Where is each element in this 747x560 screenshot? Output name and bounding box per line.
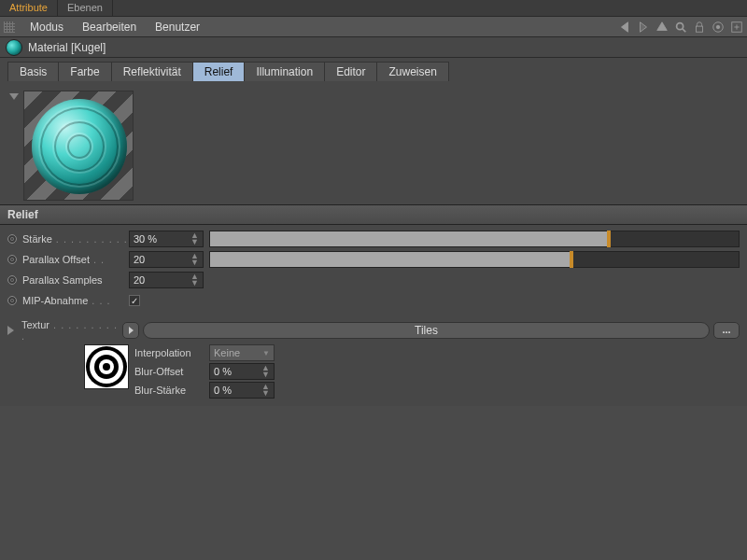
svg-point-7 [716, 25, 720, 29]
tab-attribute[interactable]: Attribute [0, 0, 58, 16]
staerke-slider[interactable] [209, 231, 740, 247]
textur-popup-button[interactable] [122, 322, 139, 339]
blur-offset-value: 0 % [214, 366, 232, 377]
textur-browse-button[interactable]: ... [713, 322, 740, 339]
menu-modus[interactable]: Modus [21, 21, 73, 34]
mip-label: MIP-Abnahme [22, 295, 88, 306]
textur-row: Textur . . . . . . . . . . Tiles ... [7, 320, 740, 341]
textur-name-field[interactable]: Tiles [143, 322, 710, 339]
stepper-icon[interactable]: ▲▼ [190, 232, 199, 245]
blur-offset-label: Blur-Offset [134, 366, 205, 377]
tab-ebenen[interactable]: Ebenen [58, 0, 113, 16]
manager-tab-bar: Attribute Ebenen [0, 0, 747, 17]
mip-checkbox[interactable]: ✓ [129, 295, 140, 306]
textur-thumbnail[interactable] [84, 344, 129, 389]
staerke-label: Stärke [22, 233, 52, 245]
svg-marker-2 [657, 21, 668, 30]
nav-up-icon[interactable] [655, 21, 669, 34]
grip-icon [4, 21, 15, 33]
svg-marker-0 [622, 21, 628, 32]
stepper-icon[interactable]: ▲▼ [261, 384, 270, 397]
tab-relief[interactable]: Relief [192, 62, 246, 81]
textur-label: Textur [21, 319, 49, 330]
tab-zuweisen[interactable]: Zuweisen [376, 62, 448, 81]
tab-farbe[interactable]: Farbe [58, 62, 111, 81]
parallax-offset-value: 20 [134, 254, 145, 265]
svg-marker-1 [641, 21, 647, 32]
collapse-preview-icon[interactable] [9, 93, 19, 100]
param-parallax-samples: Parallax Samples 20 ▲▼ [7, 270, 740, 290]
tab-editor[interactable]: Editor [324, 62, 377, 81]
stepper-icon[interactable]: ▲▼ [190, 253, 199, 266]
parallax-samples-value: 20 [134, 274, 145, 286]
material-preview[interactable] [23, 91, 134, 201]
parallax-samples-input[interactable]: 20 ▲▼ [129, 272, 204, 288]
param-staerke: Stärke . . . . . . . . . . . 30 % ▲▼ [7, 229, 740, 249]
textur-block: Textur . . . . . . . . . . Tiles ... Int… [0, 316, 747, 406]
chevron-down-icon: ▼ [262, 349, 270, 357]
attribute-toolbar: Modus Bearbeiten Benutzer [0, 17, 747, 37]
parallax-offset-label: Parallax Offset [22, 254, 90, 265]
material-title: Material [Kugel] [28, 41, 106, 54]
new-window-icon[interactable] [730, 21, 743, 34]
blur-offset-input[interactable]: 0 % ▲▼ [209, 363, 275, 380]
search-icon[interactable] [674, 21, 687, 34]
row-interpolation: Interpolation Keine ▼ [134, 344, 275, 361]
section-relief-header: Relief [0, 204, 747, 225]
anim-dot-icon[interactable] [7, 234, 17, 244]
staerke-value: 30 % [134, 233, 157, 245]
svg-line-4 [683, 28, 686, 32]
material-header: Material [Kugel] [0, 37, 747, 58]
expand-textur-icon[interactable] [7, 326, 14, 335]
preview-sphere-icon [32, 99, 127, 194]
menu-bearbeiten[interactable]: Bearbeiten [73, 21, 146, 34]
preview-area [0, 83, 747, 204]
nav-fwd-icon[interactable] [637, 21, 650, 34]
anim-dot-icon[interactable] [7, 275, 17, 285]
relief-params: Stärke . . . . . . . . . . . 30 % ▲▼ Par… [0, 225, 747, 316]
svg-point-3 [677, 22, 684, 29]
parallax-samples-label: Parallax Samples [22, 274, 103, 286]
blur-staerke-label: Blur-Stärke [134, 385, 205, 396]
nav-back-icon[interactable] [618, 21, 631, 34]
blur-staerke-input[interactable]: 0 % ▲▼ [209, 382, 275, 399]
tab-reflektivitaet[interactable]: Reflektivität [111, 62, 193, 81]
interpolation-select[interactable]: Keine ▼ [209, 344, 275, 361]
row-blur-offset: Blur-Offset 0 % ▲▼ [134, 363, 275, 380]
param-mip-abnahme: MIP-Abnahme . . . ✓ [7, 290, 740, 311]
parallax-offset-slider[interactable] [209, 251, 740, 268]
blur-staerke-value: 0 % [214, 385, 232, 396]
stepper-icon[interactable]: ▲▼ [261, 365, 270, 378]
target-icon[interactable] [712, 21, 725, 34]
anim-dot-icon[interactable] [7, 296, 17, 305]
lock-icon[interactable] [693, 21, 706, 34]
tab-illumination[interactable]: Illumination [244, 62, 325, 81]
material-swatch-icon [6, 39, 22, 56]
svg-rect-5 [697, 26, 703, 32]
staerke-input[interactable]: 30 % ▲▼ [129, 231, 204, 247]
arrow-right-icon [129, 327, 134, 334]
param-parallax-offset: Parallax Offset . . 20 ▲▼ [7, 249, 740, 270]
stepper-icon[interactable]: ▲▼ [190, 273, 199, 287]
interpolation-label: Interpolation [134, 347, 205, 358]
channel-tab-bar: Basis Farbe Reflektivität Relief Illumin… [0, 58, 747, 83]
parallax-offset-input[interactable]: 20 ▲▼ [129, 251, 204, 268]
anim-dot-icon[interactable] [7, 255, 17, 264]
menu-benutzer[interactable]: Benutzer [146, 21, 209, 34]
tab-basis[interactable]: Basis [7, 62, 59, 81]
interpolation-value: Keine [214, 347, 240, 358]
row-blur-staerke: Blur-Stärke 0 % ▲▼ [134, 382, 275, 399]
